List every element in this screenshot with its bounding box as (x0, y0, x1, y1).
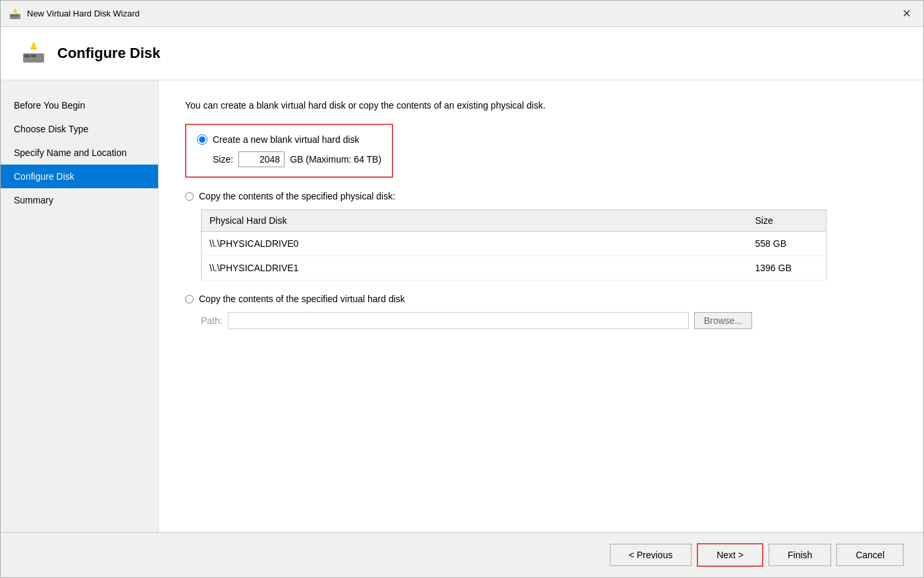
close-button[interactable]: ✕ (897, 5, 915, 23)
svg-rect-2 (15, 15, 18, 16)
finish-button[interactable]: Finish (769, 544, 831, 566)
table-row[interactable]: \\.\PHYSICALDRIVE0 558 GB (202, 232, 827, 256)
svg-rect-7 (31, 55, 36, 57)
size-label: Size: (213, 154, 233, 165)
window-title: New Virtual Hard Disk Wizard (27, 9, 140, 18)
table-row[interactable]: \\.\PHYSICALDRIVE1 1396 GB (202, 256, 827, 280)
sidebar-item-choose-disk-type[interactable]: Choose Disk Type (1, 117, 158, 141)
next-button[interactable]: Next > (697, 543, 763, 567)
disk-size: 558 GB (747, 232, 827, 256)
svg-point-9 (32, 44, 36, 48)
wizard-icon (9, 7, 22, 20)
title-bar-left: New Virtual Hard Disk Wizard (9, 7, 140, 20)
col-header-size: Size (747, 210, 827, 232)
path-input[interactable] (228, 312, 689, 329)
disk-size: 1396 GB (747, 256, 827, 280)
size-row: Size: GB (Maximum: 64 TB) (213, 151, 381, 167)
svg-point-4 (14, 9, 16, 12)
svg-rect-1 (11, 15, 14, 16)
radio-copy-virtual-input[interactable] (185, 295, 194, 303)
radio-create-new-label[interactable]: Create a new blank virtual hard disk (213, 134, 360, 145)
main-window: New Virtual Hard Disk Wizard ✕ Configure… (0, 0, 924, 578)
copy-virtual-section: Copy the contents of the specified virtu… (185, 294, 897, 329)
browse-button[interactable]: Browse... (694, 312, 752, 329)
previous-button[interactable]: < Previous (610, 544, 692, 566)
content-area: Before You Begin Choose Disk Type Specif… (1, 80, 923, 532)
cancel-button[interactable]: Cancel (836, 544, 904, 566)
size-input[interactable] (238, 151, 285, 167)
sidebar-item-specify-name[interactable]: Specify Name and Location (1, 141, 158, 165)
sidebar-item-configure-disk[interactable]: Configure Disk (1, 165, 158, 188)
radio-copy-physical-input[interactable] (185, 192, 194, 201)
radio-create-new-input[interactable] (197, 134, 207, 145)
path-label: Path: (201, 315, 223, 326)
radio-copy-virtual-label[interactable]: Copy the contents of the specified virtu… (199, 294, 405, 304)
disk-name: \\.\PHYSICALDRIVE0 (202, 232, 747, 256)
sidebar-item-summary[interactable]: Summary (1, 188, 158, 212)
copy-physical-label: Copy the contents of the specified physi… (185, 191, 897, 201)
footer: < Previous Next > Finish Cancel (1, 532, 923, 577)
svg-rect-6 (24, 55, 30, 57)
header-area: Configure Disk (1, 27, 923, 80)
physical-disk-table: Physical Hard Disk Size \\.\PHYSICALDRIV… (201, 209, 827, 280)
configure-disk-icon (20, 40, 47, 66)
radio-create-new: Create a new blank virtual hard disk (197, 134, 381, 145)
col-header-disk: Physical Hard Disk (202, 210, 747, 232)
page-title: Configure Disk (57, 45, 160, 62)
size-unit: GB (Maximum: 64 TB) (290, 154, 381, 165)
new-blank-disk-box: Create a new blank virtual hard disk Siz… (185, 124, 393, 178)
radio-copy-physical-label[interactable]: Copy the contents of the specified physi… (199, 191, 395, 201)
description-text: You can create a blank virtual hard disk… (185, 100, 897, 111)
sidebar: Before You Begin Choose Disk Type Specif… (1, 80, 159, 532)
copy-physical-section: Copy the contents of the specified physi… (185, 191, 897, 280)
copy-virtual-label: Copy the contents of the specified virtu… (185, 294, 897, 304)
path-row: Path: Browse... (201, 312, 897, 329)
sidebar-item-before-you-begin[interactable]: Before You Begin (1, 93, 158, 117)
main-content: You can create a blank virtual hard disk… (159, 80, 923, 532)
disk-name: \\.\PHYSICALDRIVE1 (202, 256, 747, 280)
title-bar: New Virtual Hard Disk Wizard ✕ (1, 1, 923, 27)
